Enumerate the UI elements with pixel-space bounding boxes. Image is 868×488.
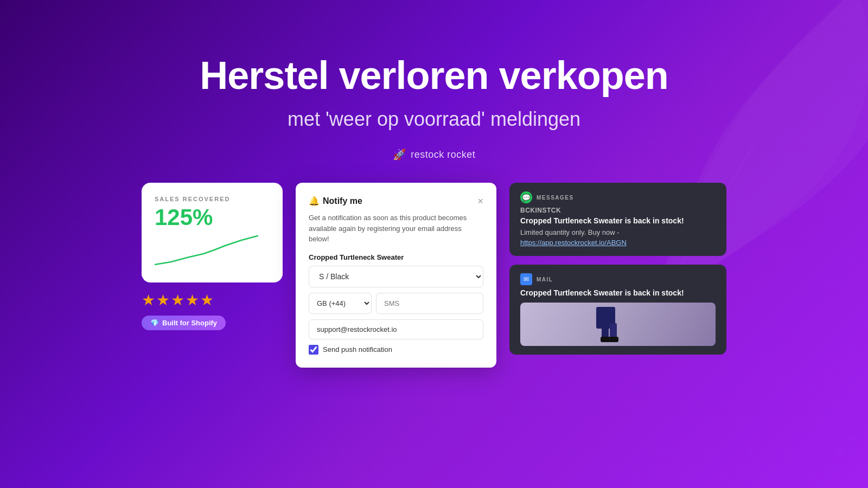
notify-title-text: Notify me: [323, 196, 362, 206]
messages-sender: BCKINSTCK: [520, 207, 716, 214]
brand-icon: 🚀: [393, 148, 407, 161]
country-select[interactable]: GB (+44) US (+1) NL (+31) DE (+49): [309, 293, 372, 314]
email-input[interactable]: [309, 319, 483, 339]
sales-card: SALES RECOVERED 125% ★★★★★ 💎 Built for S…: [142, 183, 283, 330]
shopify-badge-label: Built for Shopify: [162, 319, 217, 327]
mail-icon: ✉: [520, 273, 532, 285]
hero-section: Herstel verloren verkopen met 'weer op v…: [0, 0, 868, 161]
right-cards: 💬 MESSAGES BCKINSTCK Cropped Turtleneck …: [509, 183, 726, 355]
sales-percent: 125%: [155, 204, 270, 230]
notify-title: 🔔 Notify me: [309, 196, 362, 206]
notify-product-label: Cropped Turtleneck Sweater: [309, 253, 483, 261]
hero-title: Herstel verloren verkopen: [0, 54, 868, 97]
notify-modal: 🔔 Notify me × Get a notification as soon…: [296, 183, 496, 368]
notify-description: Get a notification as soon as this produ…: [309, 213, 483, 245]
hero-subtitle: met 'weer op voorraad' meldingen: [0, 108, 868, 131]
bell-icon: 🔔: [309, 196, 320, 206]
notify-close-button[interactable]: ×: [477, 196, 483, 206]
mail-type-label: MAIL: [537, 277, 553, 282]
cards-row: SALES RECOVERED 125% ★★★★★ 💎 Built for S…: [0, 183, 868, 368]
messages-body-text: Limited quantity only. Buy now -: [520, 228, 620, 236]
mail-product-image: [520, 303, 716, 346]
notify-header: 🔔 Notify me ×: [309, 196, 483, 206]
messages-type-label: MESSAGES: [537, 195, 574, 201]
messages-link[interactable]: https://app.restockrocket.io/ABGN: [520, 239, 627, 247]
sms-input[interactable]: [376, 293, 483, 314]
shopify-badge: 💎 Built for Shopify: [142, 316, 226, 330]
messages-card: 💬 MESSAGES BCKINSTCK Cropped Turtleneck …: [509, 183, 726, 256]
mail-header: ✉ MAIL: [520, 273, 716, 285]
sales-label: SALES RECOVERED: [155, 196, 270, 202]
chart-area: [155, 235, 270, 269]
phone-row: GB (+44) US (+1) NL (+31) DE (+49): [309, 293, 483, 314]
mail-body-title: Cropped Turtleneck Sweater is back in st…: [520, 288, 716, 297]
brand-badge: 🚀 restock rocket: [393, 148, 476, 161]
svg-rect-5: [609, 337, 618, 342]
variant-select[interactable]: S / Black M / Black L / Black S / White …: [309, 266, 483, 287]
messages-body-title: Cropped Turtleneck Sweater is back in st…: [520, 216, 716, 225]
sales-recovered-card: SALES RECOVERED 125%: [142, 183, 283, 282]
product-illustration: [585, 304, 650, 345]
push-checkbox[interactable]: [309, 345, 318, 355]
push-notification-row: Send push notification: [309, 345, 483, 355]
shopify-gem-icon: 💎: [150, 319, 159, 327]
stars-rating: ★★★★★: [142, 291, 215, 309]
brand-name: restock rocket: [411, 149, 475, 160]
mail-preview-image: [520, 303, 716, 346]
sales-chart: [155, 235, 263, 267]
mail-card: ✉ MAIL Cropped Turtleneck Sweater is bac…: [509, 265, 726, 355]
messages-icon: 💬: [520, 191, 532, 203]
msg-header: 💬 MESSAGES: [520, 191, 716, 203]
push-label: Send push notification: [323, 345, 392, 354]
